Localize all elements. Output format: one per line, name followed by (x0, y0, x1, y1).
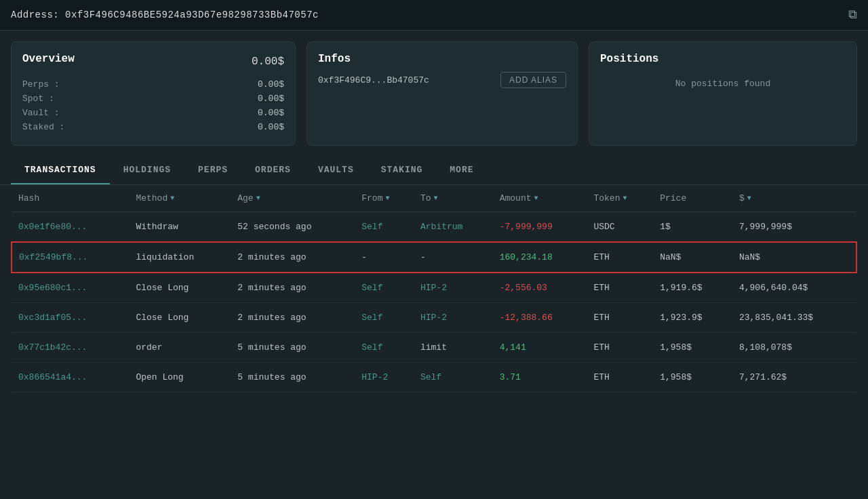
col-method[interactable]: Method▼ (129, 185, 231, 212)
col-label: Amount (500, 193, 532, 203)
col-age[interactable]: Age▼ (231, 185, 355, 212)
col-amount[interactable]: Amount▼ (493, 185, 587, 212)
transactions-table: HashMethod▼Age▼From▼To▼Amount▼Token▼Pric… (11, 185, 857, 393)
filter-icon: ▼ (747, 195, 751, 202)
to-cell: HIP-2 (414, 273, 493, 303)
overview-row-value: 0.00$ (258, 108, 284, 118)
tab-perps[interactable]: PERPS (184, 157, 241, 184)
filter-icon: ▼ (534, 195, 538, 202)
from-cell: Self (355, 212, 414, 243)
col-price: Price (653, 185, 732, 212)
dollar-cell: 23,835,041.33$ (732, 303, 856, 333)
overview-row-label: Staked : (22, 122, 64, 132)
amount-cell: 4,141 (493, 333, 587, 363)
overview-row: Spot :0.00$ (22, 92, 284, 106)
tx-hash-link[interactable]: 0x95e680c1... (18, 283, 87, 293)
dollar-cell: 8,108,078$ (732, 333, 856, 363)
tx-hash-link[interactable]: 0xf2549bf8... (19, 252, 87, 262)
age-cell: 2 minutes ago (231, 242, 355, 273)
table-body: 0x0e1f6e80... Withdraw 52 seconds ago Se… (12, 212, 856, 393)
overview-row-value: 0.00$ (258, 122, 284, 132)
price-cell: 1,958$ (653, 333, 732, 363)
age-cell: 52 seconds ago (231, 212, 355, 243)
hash-cell: 0x95e680c1... (12, 273, 129, 303)
overview-row-value: 0.00$ (258, 79, 284, 89)
tx-hash-link[interactable]: 0x77c1b42c... (18, 342, 87, 353)
amount-cell: -2,556.03 (493, 273, 587, 303)
tx-hash-link[interactable]: 0x0e1f6e80... (18, 222, 87, 232)
age-cell: 2 minutes ago (231, 303, 355, 333)
col-$[interactable]: $▼ (732, 185, 856, 212)
col-label: $ (739, 193, 745, 203)
from-cell: Self (355, 303, 414, 333)
copy-icon[interactable]: ⧉ (848, 8, 857, 22)
dollar-cell: 7,999,999$ (732, 212, 856, 243)
amount-cell: -7,999,999 (493, 212, 587, 243)
age-cell: 2 minutes ago (231, 273, 355, 303)
overview-rows: Perps :0.00$Spot :0.00$Vault :0.00$Stake… (22, 77, 284, 134)
add-alias-button[interactable]: ADD ALIAS (500, 72, 566, 88)
tx-hash-link[interactable]: 0xc3d1af05... (18, 313, 87, 323)
overview-panel: Overview 0.00$ Perps :0.00$Spot :0.00$Va… (11, 41, 296, 146)
to-link[interactable]: HIP-2 (420, 313, 447, 323)
amount-value: -7,999,999 (500, 222, 553, 232)
overview-total: 0.00$ (252, 56, 284, 68)
tab-transactions[interactable]: TRANSACTIONS (11, 157, 110, 184)
hash-cell: 0x77c1b42c... (12, 333, 129, 363)
from-link[interactable]: Self (361, 283, 382, 293)
col-label: From (361, 193, 382, 203)
col-to[interactable]: To▼ (414, 185, 493, 212)
overview-row-label: Perps : (22, 79, 60, 89)
token-cell: ETH (587, 363, 653, 393)
col-from[interactable]: From▼ (355, 185, 414, 212)
to-link[interactable]: HIP-2 (420, 283, 447, 293)
tab-vaults[interactable]: VAULTS (304, 157, 368, 184)
tab-orders[interactable]: ORDERS (241, 157, 304, 184)
to-cell: - (414, 242, 493, 273)
tab-holdings[interactable]: HOLDINGS (110, 157, 184, 184)
method-cell: liquidation (129, 242, 231, 273)
hash-cell: 0x866541a4... (12, 363, 129, 393)
tab-more[interactable]: MORE (436, 157, 487, 184)
method-cell: Close Long (129, 273, 231, 303)
filter-icon: ▼ (256, 195, 260, 202)
hash-cell: 0x0e1f6e80... (12, 212, 129, 243)
amount-value: -12,388.66 (500, 313, 553, 323)
overview-row-label: Vault : (22, 108, 60, 118)
table-row: 0xc3d1af05... Close Long 2 minutes ago S… (12, 303, 856, 333)
to-link[interactable]: Arbitrum (420, 222, 462, 232)
token-cell: ETH (587, 333, 653, 363)
amount-value: 160,234.18 (500, 252, 553, 262)
header-address: Address: 0xf3F496C9486BE5924a93D67e98298… (11, 9, 319, 20)
from-cell: - (355, 242, 414, 273)
amount-cell: 3.71 (493, 363, 587, 393)
hash-cell: 0xf2549bf8... (12, 242, 129, 273)
infos-address-row: 0xf3F496C9...Bb47057c ADD ALIAS (318, 72, 566, 88)
tx-hash-link[interactable]: 0x866541a4... (18, 372, 87, 382)
amount-cell: -12,388.66 (493, 303, 587, 333)
overview-row-value: 0.00$ (258, 94, 284, 104)
table-row: 0x95e680c1... Close Long 2 minutes ago S… (12, 273, 856, 303)
overview-row: Vault :0.00$ (22, 106, 284, 120)
from-cell: HIP-2 (355, 363, 414, 393)
amount-value: 3.71 (500, 372, 521, 382)
positions-title: Positions (600, 53, 658, 65)
price-cell: 1,919.6$ (653, 273, 732, 303)
from-link[interactable]: Self (361, 313, 382, 323)
from-link[interactable]: Self (361, 222, 382, 232)
from-link[interactable]: HIP-2 (361, 372, 388, 382)
to-cell: Arbitrum (414, 212, 493, 243)
to-value: - (420, 252, 426, 262)
tabs-bar: TRANSACTIONSHOLDINGSPERPSORDERSVAULTSSTA… (0, 157, 868, 185)
tab-staking[interactable]: STAKING (368, 157, 437, 184)
col-label: To (420, 193, 431, 203)
price-cell: 1,923.9$ (653, 303, 732, 333)
dollar-cell: 4,906,640.04$ (732, 273, 856, 303)
col-token[interactable]: Token▼ (587, 185, 653, 212)
filter-icon: ▼ (385, 195, 389, 202)
from-link[interactable]: Self (361, 342, 382, 353)
method-cell: Withdraw (129, 212, 231, 243)
token-cell: ETH (587, 303, 653, 333)
to-link[interactable]: Self (420, 372, 441, 382)
dollar-cell: NaN$ (732, 242, 856, 273)
